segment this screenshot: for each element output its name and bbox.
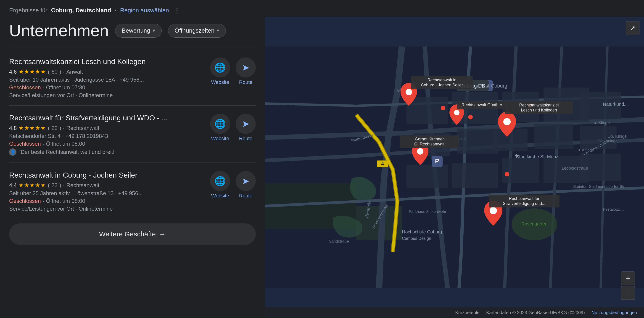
rating-row: 4,6 ★★★★★ (60) · Anwalt — [9, 68, 210, 75]
globe-icon-circle: 🌐 — [210, 114, 230, 134]
star-rating: ★★★★★ — [18, 68, 46, 75]
main-layout: Unternehmen Bewertung ▾ Öffnungszeiten ▾… — [0, 17, 644, 318]
map-container[interactable]: 4 — [265, 17, 644, 318]
route-icon-circle: ➤ — [236, 171, 256, 191]
website-button-3[interactable]: 🌐 Website — [210, 171, 230, 199]
globe-icon: 🌐 — [214, 62, 226, 73]
page-title: Unternehmen — [9, 21, 109, 40]
svg-text:✝: ✝ — [514, 153, 519, 159]
separator: · — [63, 69, 65, 75]
business-name[interactable]: Rechtsanwalt für Strafverteidigung und W… — [9, 114, 210, 122]
top-bar: Ergebnisse für Coburg, Deutschland · Reg… — [0, 0, 644, 17]
globe-icon: 🌐 — [214, 176, 226, 186]
attribution-shortcuts[interactable]: Kurzbefehle — [452, 309, 483, 316]
route-button-1[interactable]: ➤ Route — [236, 57, 256, 85]
svg-point-68 — [490, 207, 497, 214]
category: Rechtsanwalt — [66, 125, 99, 131]
route-button-2[interactable]: ➤ Route — [236, 114, 256, 142]
list-item: Rechtsanwaltskanzlei Lesch und Kollegen … — [9, 49, 256, 105]
route-icon-circle: ➤ — [236, 57, 256, 78]
business-details: Seit über 25 Jahren aktiv · Löwenstraße … — [9, 190, 143, 196]
business-details: Ketschendorfer Str. 4 · +49 178 2019843 — [9, 133, 108, 139]
zoom-out-button[interactable]: − — [621, 286, 635, 300]
rating-number: 4,6 — [9, 69, 17, 75]
business-name[interactable]: Rechtsanwaltskanzlei Lesch und Kollegen — [9, 57, 210, 66]
website-button-1[interactable]: 🌐 Website — [210, 57, 230, 85]
action-buttons: 🌐 Website ➤ Route — [210, 171, 256, 199]
route-label: Route — [239, 193, 252, 199]
map-expand-button[interactable]: ⤢ — [626, 21, 640, 35]
chevron-down-icon: ▾ — [152, 28, 155, 33]
website-button-2[interactable]: 🌐 Website — [210, 114, 230, 142]
map-panel: 4 — [265, 17, 644, 318]
open-time-value: Öffnet um 08:00 — [46, 198, 85, 204]
svg-text:Parkhaus Zinkenwehr: Parkhaus Zinkenwehr — [409, 209, 446, 214]
route-button-3[interactable]: ➤ Route — [236, 171, 256, 199]
filter-oeffnungszeiten-button[interactable]: Öffnungszeiten ▾ — [168, 24, 226, 38]
svg-rect-8 — [457, 129, 498, 154]
review-count-value: 23 — [52, 182, 58, 188]
details-row: Seit über 25 Jahren aktiv · Löwenstraße … — [9, 190, 210, 196]
svg-text:Gernot Kirchner: Gernot Kirchner — [415, 137, 444, 141]
list-item: Rechtsanwalt für Strafverteidigung und W… — [9, 105, 256, 162]
svg-point-64 — [417, 148, 424, 155]
status-closed: Geschlossen — [9, 141, 41, 147]
zoom-in-button[interactable]: + — [621, 272, 635, 285]
arrow-right-icon: → — [159, 230, 166, 238]
attribution-terms[interactable]: Nutzungsbedingungen — [588, 309, 640, 316]
filter-bewertung-button[interactable]: Bewertung ▾ — [115, 24, 162, 38]
business-name[interactable]: Rechtsanwalt in Coburg - Jochen Seiler — [9, 171, 210, 179]
svg-point-60 — [503, 118, 511, 125]
svg-text:Stadtkirche St. Moriz: Stadtkirche St. Moriz — [516, 154, 558, 159]
map-attribution: Kurzbefehle Kartendaten © 2023 GeoBasis-… — [265, 307, 644, 318]
results-prefix: Ergebnisse für — [9, 7, 48, 14]
open-time-value: Öffnet um 08:00 — [46, 141, 85, 147]
business-header-row: Rechtsanwaltskanzlei Lesch und Kollegen … — [9, 57, 256, 99]
business-list: Rechtsanwaltskanzlei Lesch und Kollegen … — [9, 49, 256, 219]
svg-text:Rechtsanwaltskanzlei: Rechtsanwaltskanzlei — [519, 103, 558, 107]
page-title-row: Unternehmen Bewertung ▾ Öffnungszeiten ▾ — [9, 21, 256, 40]
details-row: Seit über 10 Jahren aktiv · Judengasse 1… — [9, 77, 210, 83]
svg-text:Lesch und Kollegen: Lesch und Kollegen — [521, 108, 557, 112]
svg-text:Leopoldstraße: Leopoldstraße — [562, 166, 588, 170]
status-closed: Geschlossen — [9, 84, 41, 91]
svg-text:4: 4 — [381, 161, 384, 166]
rating-row: 4,8 ★★★★★ (22) · Rechtsanwalt — [9, 125, 210, 132]
rating-number: 4,8 — [9, 125, 17, 131]
svg-text:u. Anlage: u. Anlage — [578, 148, 594, 152]
business-info: Rechtsanwalt für Strafverteidigung und W… — [9, 114, 210, 156]
svg-text:Rechtsanwalt für: Rechtsanwalt für — [509, 196, 540, 201]
open-time: · — [43, 84, 44, 91]
review-count: ( — [48, 69, 50, 75]
review-count: ( — [48, 125, 50, 131]
attribution-data: Kartendaten © 2023 GeoBasis-DE/BKG (©200… — [483, 309, 588, 316]
extra-info: Service/Leistungen vor Ort · Onlinetermi… — [9, 206, 210, 212]
svg-text:Rosengarten: Rosengarten — [521, 221, 548, 226]
website-label: Website — [211, 79, 229, 85]
list-item: Rechtsanwalt in Coburg - Jochen Seiler 4… — [9, 162, 256, 219]
route-label: Route — [239, 136, 252, 142]
rating-number: 4,4 — [9, 182, 17, 188]
globe-icon-circle: 🌐 — [210, 57, 230, 78]
svg-text:P: P — [435, 158, 440, 164]
review-count-value: 60 — [52, 69, 58, 75]
open-time: · — [43, 198, 44, 204]
svg-rect-17 — [502, 158, 539, 183]
extra-info: Service/Leistungen vor Ort · Onlinetermi… — [9, 92, 210, 99]
category: Rechtsanwalt — [66, 182, 99, 188]
svg-text:Coburg - Jochen Seiler: Coburg - Jochen Seiler — [421, 83, 463, 87]
svg-point-49 — [441, 106, 445, 110]
route-icon-circle: ➤ — [236, 114, 256, 134]
globe-icon: 🌐 — [214, 119, 226, 129]
status-closed: Geschlossen — [9, 198, 41, 204]
svg-text:Rechtsanwalt Günther: Rechtsanwalt Günther — [462, 103, 502, 107]
region-select-link[interactable]: Region auswählen — [120, 7, 169, 14]
more-options-button[interactable]: ⋮ — [174, 6, 181, 14]
more-businesses-button[interactable]: Weitere Geschäfte → — [9, 223, 256, 245]
rating-row: 4,4 ★★★★★ (23) · Rechtsanwalt — [9, 182, 210, 189]
review-count-value: 22 — [52, 125, 58, 131]
svg-text:Rechtsanwalt in: Rechtsanwalt in — [427, 78, 456, 82]
svg-point-53 — [406, 89, 412, 95]
separator: · — [115, 7, 116, 14]
location-text: Coburg, Deutschland — [51, 7, 111, 14]
